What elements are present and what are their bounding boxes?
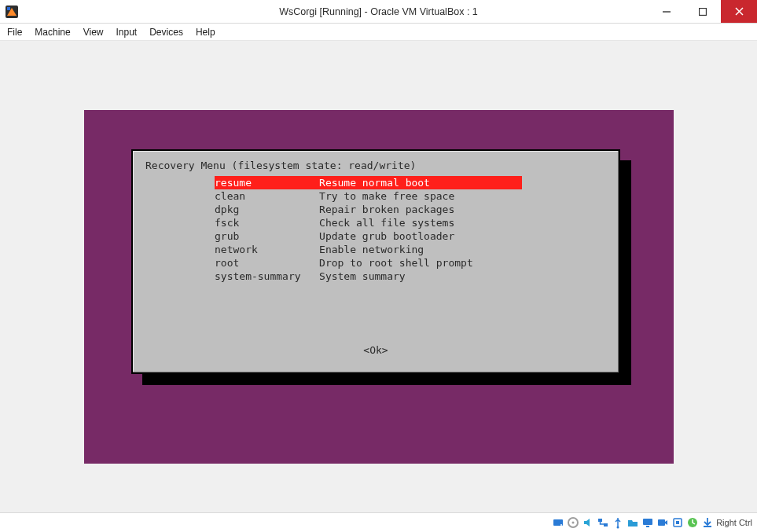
window-titlebar: WsCorgi [Running] - Oracle VM VirtualBox… [0,0,757,24]
svg-rect-14 [646,526,649,527]
svg-rect-17 [676,521,679,524]
recovery-menu-item-root[interactable]: root Drop to root shell prompt [133,256,522,270]
svg-rect-13 [643,519,652,525]
usb-icon[interactable] [612,516,624,529]
shared-folder-icon[interactable] [627,516,639,529]
svg-point-12 [617,526,619,529]
maximize-button[interactable] [685,0,721,23]
host-key-label: Right Ctrl [716,518,752,527]
audio-icon[interactable] [582,516,594,529]
recovery-menu-item-system-summary[interactable]: system-summary System summary [133,270,522,283]
network-icon[interactable] [597,516,609,529]
recovery-dialog-title: Recovery Menu (filesystem state: read/wr… [145,159,416,172]
recovery-menu-item-clean[interactable]: clean Try to make free space [133,189,522,203]
window-title: WsCorgi [Running] - Oracle VM VirtualBox… [0,6,757,17]
recovery-menu-list: resume Resume normal bootclean Try to ma… [133,176,619,283]
recovery-dialog: Recovery Menu (filesystem state: read/wr… [131,149,620,374]
svg-rect-1 [7,7,10,10]
keyboard-capture-icon[interactable] [701,516,714,529]
ok-button[interactable]: <Ok> [133,343,619,357]
menu-input[interactable]: Input [116,27,138,38]
menu-machine[interactable]: Machine [35,27,70,38]
recovery-menu-item-network[interactable]: network Enable networking [133,243,522,256]
svg-rect-3 [700,8,707,15]
menu-devices[interactable]: Devices [149,27,183,38]
svg-rect-10 [598,519,602,522]
svg-rect-15 [658,519,665,526]
optical-icon[interactable] [567,516,579,529]
minimize-button[interactable] [649,0,685,23]
harddisk-icon[interactable] [552,516,564,529]
window-buttons [649,0,757,23]
svg-rect-19 [704,526,711,527]
display-icon[interactable] [641,516,654,529]
cpu-icon[interactable] [671,516,684,529]
menubar: File Machine View Input Devices Help [0,24,757,41]
recovery-menu-item-resume[interactable]: resume Resume normal boot [215,176,522,189]
statusbar: Right Ctrl [0,512,757,532]
menu-file[interactable]: File [7,27,22,38]
svg-rect-11 [604,523,608,526]
menu-view[interactable]: View [83,27,104,38]
recovery-menu-item-grub[interactable]: grub Update grub bootloader [133,229,522,243]
menu-help[interactable]: Help [196,27,215,38]
app-icon [5,5,19,19]
recovery-menu-item-fsck[interactable]: fsck Check all file systems [133,216,522,229]
recovery-menu-item-dpkg[interactable]: dpkg Repair broken packages [133,203,522,216]
svg-point-9 [572,522,575,524]
guest-screen: Recovery Menu (filesystem state: read/wr… [84,110,674,464]
close-button[interactable] [721,0,757,23]
mouse-integration-icon[interactable] [686,516,699,529]
guest-viewport[interactable]: Recovery Menu (filesystem state: read/wr… [0,41,757,512]
recording-icon[interactable] [656,516,669,529]
svg-point-7 [560,524,562,526]
